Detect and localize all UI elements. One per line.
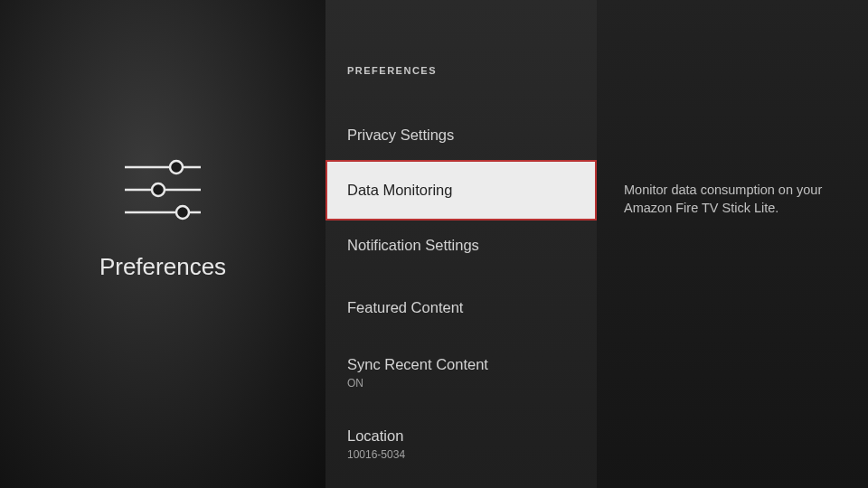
svg-point-1 <box>170 161 183 174</box>
svg-point-5 <box>176 206 189 219</box>
middle-panel: PREFERENCES Privacy Settings Data Monito… <box>326 0 597 488</box>
menu-item-label: Data Monitoring <box>347 182 575 199</box>
middle-header: PREFERENCES <box>326 65 597 76</box>
svg-point-3 <box>152 183 165 196</box>
menu-item-label: Featured Content <box>347 299 575 316</box>
item-description: Monitor data consumption on your Amazon … <box>624 181 846 218</box>
menu-item-sublabel: ON <box>347 377 575 389</box>
menu-item-label: Notification Settings <box>347 237 575 254</box>
page-title: Preferences <box>99 253 226 281</box>
right-panel: Monitor data consumption on your Amazon … <box>597 0 868 488</box>
menu-item-label: Privacy Settings <box>347 127 575 144</box>
sliders-icon <box>118 154 208 226</box>
menu-item-featured-content[interactable]: Featured Content <box>326 285 597 331</box>
left-panel: Preferences <box>0 0 326 488</box>
menu-item-label: Sync Recent Content <box>347 356 575 373</box>
menu-item-sync-recent-content[interactable]: Sync Recent Content ON <box>326 343 597 402</box>
menu-item-notification-settings[interactable]: Notification Settings <box>326 222 597 268</box>
menu-list: Privacy Settings Data Monitoring Notific… <box>326 112 597 488</box>
menu-item-location[interactable]: Location 10016-5034 <box>326 415 597 474</box>
menu-item-privacy-settings[interactable]: Privacy Settings <box>326 112 597 158</box>
menu-item-label: Location <box>347 427 575 445</box>
menu-item-data-monitoring[interactable]: Data Monitoring <box>326 160 597 221</box>
menu-item-sublabel: 10016-5034 <box>347 448 575 461</box>
